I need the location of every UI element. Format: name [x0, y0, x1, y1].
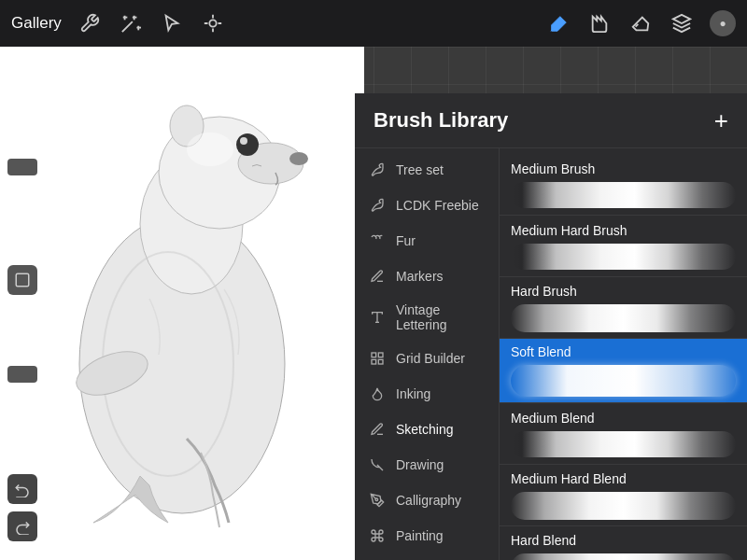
- canvas-area: Brush Library + Tree setLCDK FreebieFurM…: [0, 47, 747, 560]
- brush-stroke-soft-blend: [511, 365, 736, 397]
- brush-size-slider[interactable]: [7, 159, 37, 175]
- category-item-vintage-lettering[interactable]: Vintage Lettering: [355, 294, 499, 341]
- brush-stroke-medium-brush: [511, 182, 736, 208]
- user-avatar[interactable]: ●: [710, 10, 736, 36]
- brush-tip-icon[interactable]: [545, 10, 571, 36]
- brush-name-hard-brush: Hard Brush: [511, 284, 736, 299]
- toolbar-right: ●: [545, 10, 736, 36]
- svg-rect-20: [372, 359, 376, 364]
- category-label-grid-builder: Grid Builder: [396, 351, 465, 366]
- brush-stroke-medium-hard-blend: [511, 492, 736, 520]
- brush-name-hard-blend: Hard Blend: [511, 533, 736, 548]
- toolbar-left: Gallery: [11, 10, 226, 36]
- layer-tool[interactable]: [7, 265, 37, 295]
- category-item-artistic[interactable]: Artistic: [355, 553, 499, 560]
- category-item-tree-set[interactable]: Tree set: [355, 152, 499, 188]
- category-icon-inking: [368, 385, 387, 403]
- add-brush-button[interactable]: +: [714, 108, 728, 133]
- svg-rect-17: [372, 353, 376, 357]
- category-label-drawing: Drawing: [396, 457, 444, 472]
- brush-name-medium-blend: Medium Blend: [511, 411, 736, 426]
- brush-name-medium-hard-brush: Medium Hard Brush: [511, 223, 736, 238]
- category-label-sketching: Sketching: [396, 422, 453, 437]
- category-label-painting: Painting: [396, 528, 444, 543]
- brush-library-header: Brush Library +: [355, 93, 747, 148]
- category-item-inking[interactable]: Inking: [355, 376, 499, 412]
- brush-item-medium-hard-brush[interactable]: Medium Hard Brush: [500, 216, 747, 277]
- svg-rect-19: [378, 359, 383, 364]
- category-icon-grid-builder: [368, 349, 387, 368]
- brush-library-title: Brush Library: [374, 108, 508, 133]
- brush-list: Medium BrushMedium Hard BrushHard BrushS…: [500, 148, 747, 560]
- svg-marker-2: [673, 15, 690, 23]
- brush-stroke-medium-blend: [511, 431, 736, 457]
- wrench-icon[interactable]: [77, 10, 103, 36]
- category-label-fur: Fur: [396, 233, 416, 248]
- svg-rect-14: [16, 273, 29, 287]
- category-icon-sketching: [368, 420, 387, 439]
- smudge-icon[interactable]: [586, 10, 613, 36]
- move-icon[interactable]: [200, 10, 226, 36]
- category-icon-tree-set: [368, 161, 387, 179]
- brush-library-body: Tree setLCDK FreebieFurMarkersVintage Le…: [355, 148, 747, 560]
- brush-library-panel: Brush Library + Tree setLCDK FreebieFurM…: [355, 93, 747, 560]
- magic-wand-icon[interactable]: [118, 10, 144, 36]
- drawing-canvas[interactable]: [0, 47, 364, 560]
- category-list: Tree setLCDK FreebieFurMarkersVintage Le…: [355, 148, 500, 560]
- eraser-icon[interactable]: [627, 10, 654, 36]
- svg-point-9: [240, 137, 247, 145]
- gallery-button[interactable]: Gallery: [11, 14, 62, 33]
- category-icon-drawing: [368, 455, 387, 474]
- brush-item-hard-brush[interactable]: Hard Brush: [500, 277, 747, 339]
- brush-stroke-medium-hard-brush: [511, 244, 736, 270]
- category-label-inking: Inking: [396, 386, 430, 401]
- svg-point-1: [209, 20, 216, 26]
- brush-stroke-hard-brush: [511, 304, 736, 332]
- category-item-painting[interactable]: Painting: [355, 518, 499, 553]
- category-item-fur[interactable]: Fur: [355, 223, 499, 259]
- redo-button[interactable]: [7, 511, 37, 541]
- svg-rect-18: [378, 353, 383, 357]
- brush-item-soft-blend[interactable]: Soft Blend: [500, 339, 747, 403]
- svg-line-0: [122, 21, 133, 32]
- category-icon-markers: [368, 267, 387, 286]
- svg-point-7: [289, 152, 308, 165]
- undo-button[interactable]: [7, 474, 37, 504]
- brush-item-medium-blend[interactable]: Medium Blend: [500, 403, 747, 465]
- category-item-lcdk-freebie[interactable]: LCDK Freebie: [355, 188, 499, 223]
- brush-item-medium-hard-blend[interactable]: Medium Hard Blend: [500, 465, 747, 526]
- brush-stroke-hard-blend: [511, 553, 736, 561]
- brush-name-medium-brush: Medium Brush: [511, 161, 736, 176]
- brush-item-medium-brush[interactable]: Medium Brush: [500, 154, 747, 216]
- category-item-sketching[interactable]: Sketching: [355, 412, 499, 447]
- brush-name-soft-blend: Soft Blend: [511, 344, 736, 359]
- selection-icon[interactable]: [159, 10, 185, 36]
- category-label-markers: Markers: [396, 269, 444, 284]
- opacity-slider[interactable]: [7, 366, 37, 383]
- category-item-grid-builder[interactable]: Grid Builder: [355, 341, 499, 376]
- category-icon-fur: [368, 231, 387, 250]
- layers-icon[interactable]: [669, 10, 695, 36]
- category-label-tree-set: Tree set: [396, 162, 444, 177]
- category-item-drawing[interactable]: Drawing: [355, 447, 499, 483]
- bottom-tools: [7, 474, 37, 541]
- category-label-vintage-lettering: Vintage Lettering: [396, 302, 486, 332]
- category-item-markers[interactable]: Markers: [355, 259, 499, 294]
- category-icon-calligraphy: [368, 491, 387, 510]
- brush-item-hard-blend[interactable]: Hard Blend: [500, 526, 747, 560]
- svg-point-13: [187, 133, 233, 166]
- category-icon-vintage-lettering: [368, 308, 387, 327]
- category-icon-lcdk-freebie: [368, 196, 387, 215]
- brush-name-medium-hard-blend: Medium Hard Blend: [511, 471, 736, 486]
- svg-point-8: [236, 133, 259, 156]
- category-icon-painting: [368, 526, 387, 545]
- category-label-calligraphy: Calligraphy: [396, 493, 461, 508]
- category-item-calligraphy[interactable]: Calligraphy: [355, 483, 499, 518]
- svg-point-21: [375, 498, 378, 501]
- category-label-lcdk-freebie: LCDK Freebie: [396, 198, 479, 213]
- left-tools: [7, 103, 37, 383]
- toolbar: Gallery: [0, 0, 747, 47]
